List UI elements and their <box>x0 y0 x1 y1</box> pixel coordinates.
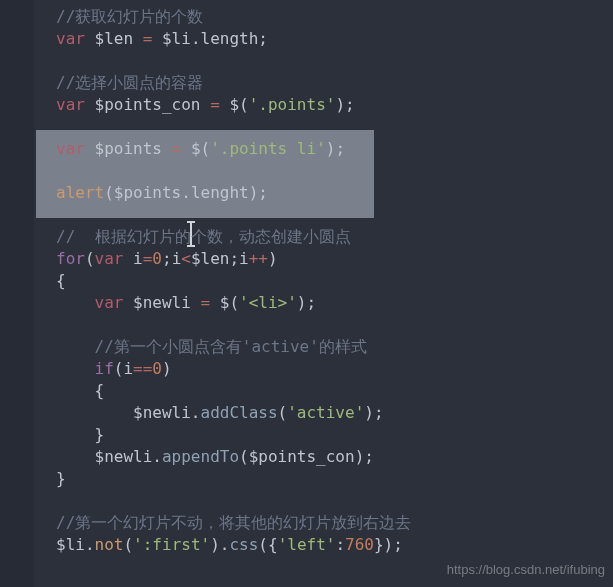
keyword-var: var <box>56 139 85 158</box>
keyword-if: if <box>95 359 114 378</box>
keyword-for: for <box>56 249 85 268</box>
keyword-var: var <box>56 29 85 48</box>
func-alert: alert <box>56 183 104 202</box>
code-editor[interactable]: //获取幻灯片的个数 var $len = $li.length; //选择小圆… <box>0 0 613 587</box>
watermark-text: https://blog.csdn.net/ifubing <box>447 562 605 577</box>
comment: // 根据幻灯片 <box>56 227 175 246</box>
comment: //第一个幻灯片不动，将其他的幻灯片放到右边去 <box>56 513 411 532</box>
comment: //获取幻灯片的个数 <box>56 7 203 26</box>
comment: //第一个小圆点含有'active'的样式 <box>95 337 367 356</box>
comment: //选择小圆点的容器 <box>56 73 203 92</box>
code-content[interactable]: //获取幻灯片的个数 var $len = $li.length; //选择小圆… <box>0 0 411 556</box>
keyword-var: var <box>56 95 85 114</box>
